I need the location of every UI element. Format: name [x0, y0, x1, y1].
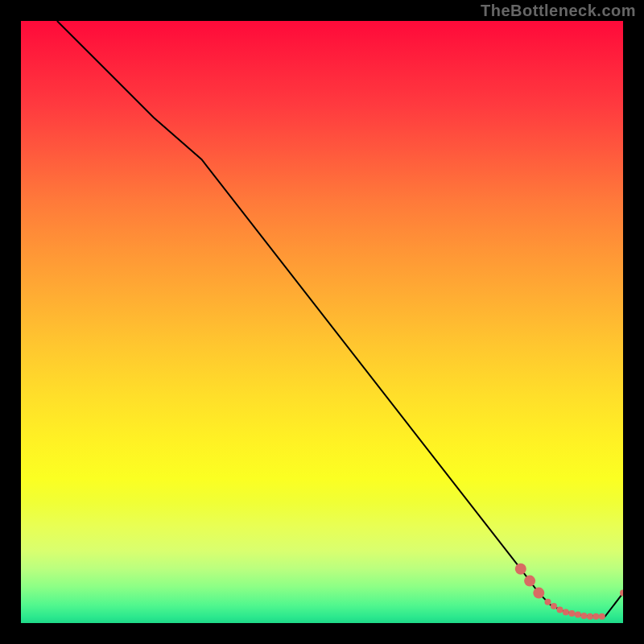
- data-point-marker: [575, 612, 581, 618]
- data-point-marker: [515, 564, 526, 575]
- chart-frame: TheBottleneck.com: [0, 0, 644, 644]
- data-point-marker: [533, 588, 544, 599]
- marker-layer: [515, 564, 623, 620]
- plot-area: [21, 21, 623, 623]
- line-layer: [57, 21, 623, 617]
- chart-svg: [21, 21, 623, 623]
- data-point-marker: [551, 603, 557, 609]
- data-point-marker: [568, 610, 575, 617]
- data-point-marker: [563, 609, 569, 616]
- data-point-marker: [557, 607, 564, 613]
- curve-line: [57, 21, 623, 617]
- data-point-marker: [599, 613, 605, 620]
- data-point-marker: [580, 613, 587, 619]
- data-point-marker: [545, 599, 551, 605]
- data-point-marker: [524, 576, 535, 587]
- data-point-marker: [587, 613, 593, 620]
- data-point-marker: [592, 613, 599, 620]
- watermark-label: TheBottleneck.com: [481, 2, 636, 20]
